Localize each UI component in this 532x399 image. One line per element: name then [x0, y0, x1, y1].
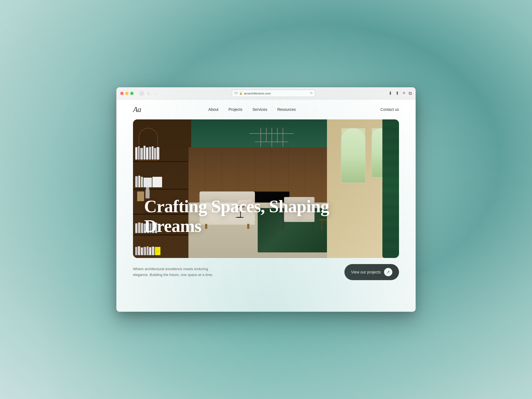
forward-icon[interactable]: › [153, 91, 158, 96]
hero-headline: Crafting Spaces, Shaping Dreams [144, 197, 388, 236]
cta-label: View our projects [351, 270, 381, 274]
main-nav: Aa About Projects Services Resources Con… [133, 99, 399, 119]
light-fixture [244, 128, 299, 150]
browser-nav-controls: ⬜ ‹ › [139, 91, 158, 96]
traffic-lights [120, 92, 134, 95]
view-projects-button[interactable]: View our projects ↗ [344, 264, 399, 280]
curtain [382, 119, 399, 258]
nav-contact[interactable]: Contact us [380, 107, 399, 112]
cta-arrow-icon: ↗ [384, 268, 392, 276]
toolbar-right-controls: ⬇ ⬆ + ⧉ [388, 90, 412, 96]
download-icon[interactable]: ⬇ [388, 91, 392, 96]
maximize-button[interactable] [130, 92, 134, 95]
arch-window-1 [341, 128, 366, 183]
url-text: arcarchitecture.com [244, 92, 271, 95]
privacy-icon: 🛡 [234, 91, 238, 95]
nav-about[interactable]: About [208, 107, 219, 112]
address-bar[interactable]: 🛡 🔒 arcarchitecture.com ↻ [232, 90, 315, 97]
close-button[interactable] [120, 92, 124, 95]
new-tab-icon[interactable]: + [402, 90, 405, 96]
hero-section: ⚡ [133, 119, 399, 258]
reload-icon[interactable]: ↻ [310, 91, 313, 95]
hero-background: ⚡ [133, 119, 399, 258]
tagline-line1: Where architectural excellence meets end… [133, 267, 208, 271]
nav-services[interactable]: Services [252, 107, 267, 112]
tagline: Where architectural excellence meets end… [133, 266, 213, 278]
nav-links: About Projects Services Resources [208, 107, 296, 112]
bottom-section: Where architectural excellence meets end… [133, 258, 399, 283]
window-area [327, 119, 399, 258]
bookshelf: ⚡ [133, 119, 191, 258]
minimize-button[interactable] [125, 92, 129, 95]
website-content: Aa About Projects Services Resources Con… [116, 99, 416, 312]
nav-resources[interactable]: Resources [277, 107, 296, 112]
share-icon[interactable]: ⬆ [395, 91, 399, 96]
hero-text-overlay: Crafting Spaces, Shaping Dreams [144, 197, 388, 236]
tagline-line2: elegance. Building the future, one space… [133, 273, 213, 277]
nav-projects[interactable]: Projects [228, 107, 242, 112]
tabs-icon[interactable]: ⧉ [409, 91, 412, 96]
address-bar-container: 🛡 🔒 arcarchitecture.com ↻ [161, 90, 386, 97]
back-icon[interactable]: ‹ [146, 91, 151, 96]
logo[interactable]: Aa [133, 105, 141, 114]
browser-toolbar: ⬜ ‹ › 🛡 🔒 arcarchitecture.com ↻ ⬇ ⬆ + ⧉ [116, 87, 416, 99]
room-scene: ⚡ [133, 119, 399, 258]
browser-window: ⬜ ‹ › 🛡 🔒 arcarchitecture.com ↻ ⬇ ⬆ + ⧉ … [116, 87, 416, 312]
lock-icon: 🔒 [239, 92, 242, 95]
sidebar-toggle-icon[interactable]: ⬜ [139, 91, 144, 96]
